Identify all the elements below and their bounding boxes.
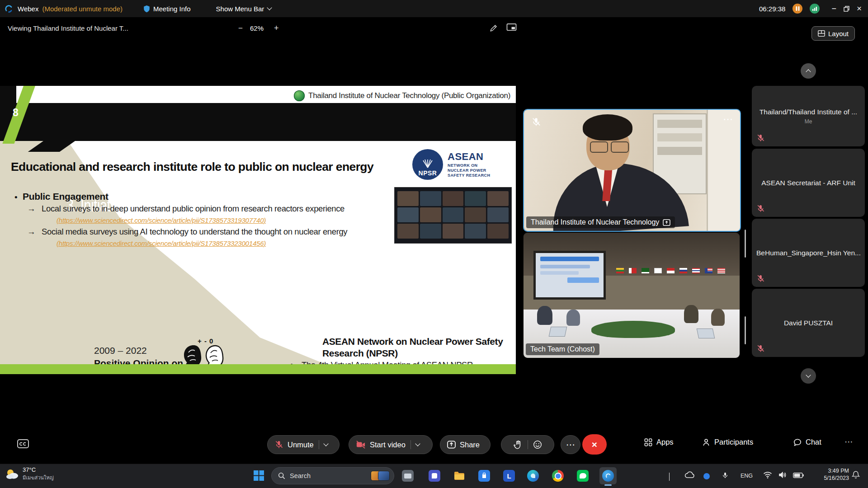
apps-button[interactable]: Apps [644, 438, 674, 446]
teams-icon[interactable] [429, 470, 440, 482]
tint-logo-icon [294, 90, 305, 101]
file-explorer-icon[interactable] [453, 470, 465, 482]
emoji-reactions-icon[interactable] [533, 440, 542, 449]
chevron-down-icon[interactable] [415, 441, 420, 446]
person-icon [702, 438, 710, 446]
restore-button[interactable] [844, 6, 849, 12]
tray-expand-icon[interactable] [669, 473, 670, 481]
layout-grid-icon [818, 30, 825, 37]
weather-icon [5, 468, 19, 480]
glasses-right [611, 141, 629, 153]
participant-tile[interactable]: ASEAN Secretariat - ARF Unit [752, 149, 865, 217]
moderated-mode-note: (Moderated unmute mode) [42, 5, 123, 13]
slide-corner [0, 86, 16, 103]
participant-tile[interactable]: Thailand/Thailand Institute of ... Me [752, 86, 865, 146]
zoom-level: 62% [250, 24, 264, 32]
participant-tile[interactable]: BeHuman_Singapore_Hsin Yen... [752, 219, 865, 287]
sentiment-scale-label: + - 0 [198, 337, 213, 345]
tray-mic-icon[interactable] [722, 471, 729, 479]
onedrive-cloud-icon[interactable] [684, 471, 694, 479]
cohost-video[interactable]: Tech Team (Cohost) [523, 232, 740, 358]
microsoft-store-icon[interactable] [478, 470, 490, 482]
blue-status-icon[interactable] [703, 473, 710, 479]
speaker-icon[interactable] [778, 471, 787, 479]
time: 3:49 PM [824, 467, 849, 474]
door [707, 110, 741, 231]
start-video-button[interactable]: Start video [349, 435, 433, 454]
video-options-button[interactable]: ⋯ [723, 113, 733, 125]
taskbar-search[interactable]: Search [271, 467, 394, 484]
window-titlebar: Webex (Moderated unmute mode) Meeting In… [0, 0, 868, 17]
line-icon[interactable] [577, 470, 589, 482]
webex-logo-icon [5, 5, 13, 13]
zoom-in-button[interactable]: + [274, 23, 279, 33]
participants-button[interactable]: Participants [702, 438, 753, 446]
pe-item-2: →Social media surveys using AI technolog… [27, 227, 347, 237]
npsr-section-heading: ASEAN Network on Nuclear Power Safety Re… [322, 336, 503, 359]
edge-icon[interactable] [527, 470, 539, 482]
apps-grid-icon [644, 438, 652, 446]
shield-icon [143, 5, 150, 13]
participants-scroll-up-button[interactable] [801, 63, 816, 79]
speaker-name-label: Thailand Institute of Nuclear Technology [526, 216, 675, 228]
share-button[interactable]: Share [440, 435, 491, 454]
leave-meeting-button[interactable]: × [582, 434, 607, 455]
table-greenery [591, 321, 675, 338]
notification-bell-icon[interactable] [852, 470, 860, 479]
chevron-down-icon[interactable] [323, 441, 328, 446]
annotate-icon[interactable] [489, 23, 498, 33]
participants-scroll-down-button[interactable] [801, 368, 816, 384]
sciencedirect-link-2[interactable]: (https://www.sciencedirect.com/science/a… [57, 239, 266, 247]
chrome-icon[interactable] [552, 470, 564, 482]
mic-muted-icon [756, 274, 765, 283]
zoom-out-button[interactable]: − [238, 24, 243, 33]
weather-description: มีเมฆส่วนใหญ่ [23, 474, 54, 482]
weather-widget[interactable]: 37°C มีเมฆส่วนใหญ่ [5, 466, 54, 482]
more-options-button[interactable]: ⋯ [561, 435, 580, 454]
slide-beige-diagonal [0, 141, 326, 364]
chat-button[interactable]: Chat [793, 438, 821, 446]
minimize-button[interactable]: − [831, 4, 836, 14]
laptop [549, 327, 567, 337]
shared-presentation-slide: Thailand Institute of Nuclear Technology… [0, 86, 516, 374]
mic-muted-icon [756, 204, 765, 213]
public-engagement-heading: Public Engagement [23, 191, 108, 202]
sciencedirect-link-1[interactable]: (https://www.sciencedirect.com/science/a… [57, 216, 266, 224]
mic-muted-icon [756, 134, 765, 142]
webex-icon[interactable] [602, 470, 614, 482]
blue-l-app-icon[interactable]: L [503, 470, 515, 482]
taskbar-clock[interactable]: 3:49 PM 5/16/2023 [824, 467, 849, 482]
close-button[interactable]: × [857, 4, 862, 14]
layout-button[interactable]: Layout [811, 26, 855, 41]
person-hair [583, 114, 632, 141]
chevron-down-icon [267, 5, 272, 10]
overflow-menu-button[interactable]: ⋯ [844, 436, 853, 447]
active-speaker-video[interactable]: ⋯ Thailand Institute of Nuclear Technolo… [523, 109, 741, 232]
language-indicator[interactable]: ENG [741, 473, 753, 479]
slide-org-header: Thailand Institute of Nuclear Technology… [0, 88, 516, 103]
npsr-logo-icon: NPSR [412, 149, 443, 180]
recording-paused-icon[interactable] [793, 4, 802, 14]
video-scrollbar[interactable] [745, 230, 746, 258]
battery-icon[interactable] [793, 473, 804, 478]
wifi-icon[interactable] [763, 471, 772, 479]
meeting-info-button[interactable]: Meeting Info [143, 5, 191, 13]
system-app-icon[interactable] [402, 470, 414, 482]
meeting-timer: 06:29:38 [759, 5, 785, 13]
slide-footer-bar [0, 364, 516, 374]
mic-muted-icon [531, 117, 541, 127]
show-menu-bar-button[interactable]: Show Menu Bar [216, 5, 272, 13]
connection-quality-icon[interactable] [810, 4, 820, 14]
pop-out-window-icon[interactable] [506, 23, 517, 33]
attendee [566, 310, 580, 326]
video-scrollbar[interactable] [745, 316, 746, 344]
captions-icon[interactable] [17, 439, 29, 449]
mic-muted-icon [274, 440, 283, 449]
participant-tile[interactable]: David PUSZTAI [752, 289, 865, 357]
slide-number: 8 [13, 107, 19, 119]
glasses-left [590, 141, 608, 153]
active-app-indicator [604, 484, 612, 486]
start-button[interactable] [253, 470, 264, 481]
unmute-button[interactable]: Unmute [267, 435, 340, 454]
raise-hand-icon[interactable] [514, 440, 523, 450]
